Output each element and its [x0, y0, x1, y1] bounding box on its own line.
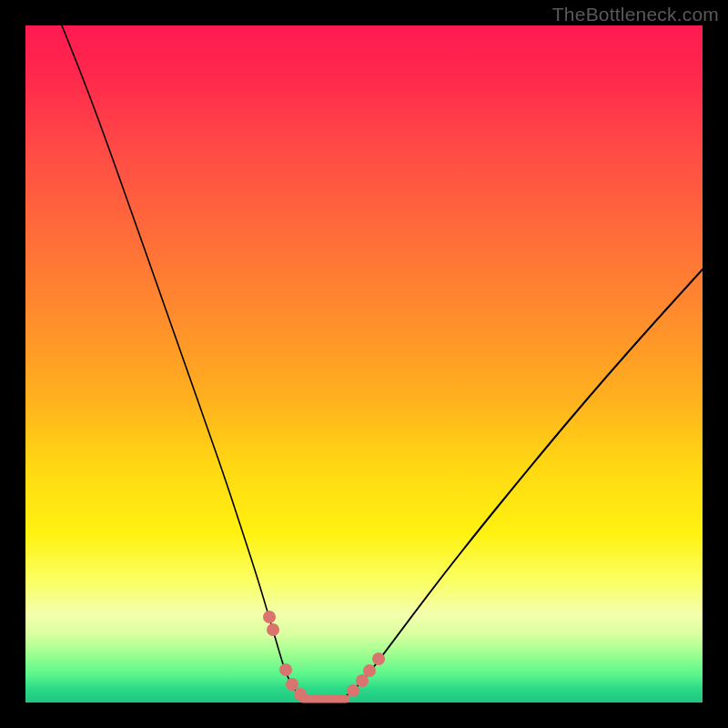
- valley-dot: [267, 623, 279, 636]
- bottleneck-curve-left: [62, 25, 326, 701]
- valley-dot: [279, 663, 292, 676]
- valley-marker-dots: [263, 611, 385, 701]
- valley-dot: [286, 678, 298, 691]
- chart-frame: TheBottleneck.com: [0, 0, 728, 728]
- valley-dot: [263, 611, 276, 623]
- curve-layer: [25, 25, 703, 703]
- valley-dot: [363, 664, 376, 677]
- valley-dot: [372, 652, 385, 665]
- watermark-text: TheBottleneck.com: [552, 4, 719, 25]
- plot-area: [25, 25, 703, 703]
- valley-dot: [347, 684, 359, 697]
- valley-dot: [294, 688, 307, 701]
- bottleneck-curve-right: [326, 269, 703, 701]
